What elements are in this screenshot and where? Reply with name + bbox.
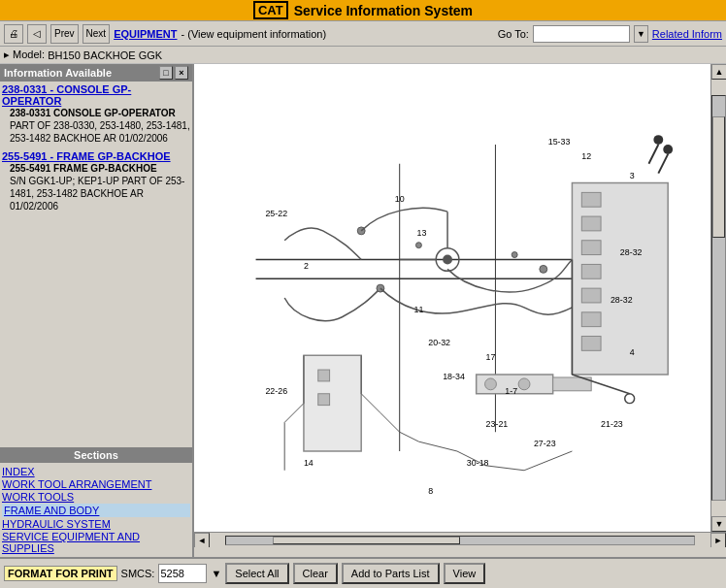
v-scroll-track [711,95,726,501]
svg-text:20-32: 20-32 [428,338,450,347]
section-work-tool[interactable]: WORK TOOL ARRANGEMENT [2,478,190,490]
svg-rect-12 [581,337,601,351]
info-link-frame[interactable]: 255-5491 - FRAME GP-BACKHOE [2,150,190,162]
svg-text:30-18: 30-18 [467,458,489,468]
svg-rect-27 [318,370,330,381]
smcs-label: SMCS: [121,568,155,579]
format-for-print-label: FORMAT FOR PRINT [4,566,117,581]
bottom-bar: FORMAT FOR PRINT SMCS: ▼ Select All Clea… [0,557,726,588]
main-area: Information Available □ × 238-0331 - CON… [0,64,726,557]
prev-btn[interactable]: Prev [50,24,79,44]
svg-rect-11 [581,312,601,327]
sections-header: Sections [0,447,192,463]
sections-list: INDEX WORK TOOL ARRANGEMENT WORK TOOLS F… [0,463,192,557]
svg-text:12: 12 [581,151,591,161]
svg-text:21-23: 21-23 [601,419,623,429]
select-all-button[interactable]: Select All [225,563,288,584]
svg-rect-9 [581,264,601,278]
h-scroll-track [225,536,695,545]
scroll-down-arrow[interactable]: ▼ [711,516,726,532]
list-item: 255-5491 - FRAME GP-BACKHOE 255-5491 FRA… [2,150,190,212]
info-available-label: Information Available [4,67,112,79]
section-hydraulic[interactable]: HYDRAULIC SYSTEM [2,518,190,530]
app-title: Service Information System [294,3,473,18]
svg-point-23 [415,243,421,248]
info-detail-frame: 255-5491 FRAME GP-BACKHOE S/N GGK1-UP; K… [10,162,190,212]
back-icon[interactable]: ◁ [27,24,47,44]
svg-text:14: 14 [304,458,314,468]
list-item: 238-0331 - CONSOLE GP-OPERATOR 238-0331 … [2,83,190,145]
svg-text:28-32: 28-32 [610,295,633,305]
info-list: 238-0331 - CONSOLE GP-OPERATOR 238-0331 … [0,82,192,447]
goto-input[interactable] [533,25,630,43]
scroll-up-arrow[interactable]: ▲ [711,64,726,80]
scroll-right-arrow[interactable]: ► [710,533,726,548]
svg-point-18 [443,255,452,265]
next-btn[interactable]: Next [82,24,111,44]
print-icon[interactable]: 🖨 [4,24,23,44]
svg-point-32 [518,378,530,390]
add-to-parts-button[interactable]: Add to Parts List [342,563,440,584]
svg-text:3: 3 [630,171,635,180]
status-bar [194,547,726,557]
smcs-dropdown[interactable]: ▼ [211,568,221,579]
model-row: ▸ Model: BH150 BACKHOE GGK [0,47,726,64]
svg-text:8: 8 [428,486,433,496]
cat-logo: CAT [253,1,288,19]
goto-dropdown[interactable]: ▼ [634,25,648,43]
info-available-header: Information Available □ × [0,64,192,82]
svg-text:10: 10 [395,194,405,204]
svg-rect-10 [581,288,601,303]
left-panel: Information Available □ × 238-0331 - CON… [0,64,194,557]
restore-btn[interactable]: □ [159,66,173,80]
svg-text:27-23: 27-23 [534,439,556,448]
toolbar: 🖨 ◁ Prev Next EQUIPMENT - (View equipmen… [0,21,726,47]
svg-text:13: 13 [416,228,426,238]
info-detail-console: 238-0331 CONSOLE GP-OPERATOR PART OF 238… [10,107,190,145]
svg-text:22-26: 22-26 [265,386,287,396]
close-btn[interactable]: × [175,66,188,80]
svg-point-31 [485,378,497,390]
goto-label: Go To: [498,28,529,40]
svg-text:4: 4 [630,347,635,357]
svg-rect-28 [318,394,330,406]
svg-rect-6 [581,192,601,207]
svg-text:25-22: 25-22 [265,209,287,218]
svg-point-16 [663,145,673,154]
svg-text:18-34: 18-34 [443,372,465,381]
equipment-link[interactable]: EQUIPMENT [114,28,177,40]
h-scroll-thumb[interactable] [273,537,460,544]
content-area: 15-33 12 3 25-22 10 13 2 11 20-32 18-34 … [194,64,726,557]
svg-text:11: 11 [414,305,424,314]
smcs-input[interactable] [158,564,207,583]
svg-point-24 [512,252,517,258]
horizontal-scrollbar[interactable]: ◄ ► [194,532,726,547]
svg-text:2: 2 [304,261,309,271]
section-index[interactable]: INDEX [2,466,190,477]
section-work-tools[interactable]: WORK TOOLS [2,491,190,503]
section-service-equip[interactable]: SERVICE EQUIPMENT AND SUPPLIES [2,531,190,554]
app-header: CAT Service Information System [0,0,726,21]
svg-text:17: 17 [486,352,496,362]
svg-text:23-21: 23-21 [486,419,509,429]
svg-rect-8 [581,241,601,255]
clear-button[interactable]: Clear [293,563,338,584]
svg-text:15-33: 15-33 [548,137,571,147]
model-prefix: ▸ Model: [4,49,45,61]
v-scroll-thumb[interactable] [712,116,725,238]
equipment-info: - (View equipment information) [182,28,327,40]
svg-rect-26 [304,355,361,451]
view-button[interactable]: View [444,563,486,584]
svg-point-14 [653,135,663,145]
svg-rect-7 [581,216,601,231]
technical-diagram: 15-33 12 3 25-22 10 13 2 11 20-32 18-34 … [198,68,707,528]
svg-point-25 [540,265,547,273]
svg-text:1-7: 1-7 [505,386,517,396]
vertical-scrollbar[interactable]: ▲ ▼ [710,64,726,532]
info-link-console[interactable]: 238-0331 - CONSOLE GP-OPERATOR [2,83,190,107]
related-info-link[interactable]: Related Inform [652,28,722,40]
model-value: BH150 BACKHOE GGK [48,49,162,61]
section-frame-body[interactable]: FRAME AND BODY [2,504,190,517]
scroll-left-arrow[interactable]: ◄ [194,533,210,548]
diagram-area[interactable]: 15-33 12 3 25-22 10 13 2 11 20-32 18-34 … [194,64,710,532]
